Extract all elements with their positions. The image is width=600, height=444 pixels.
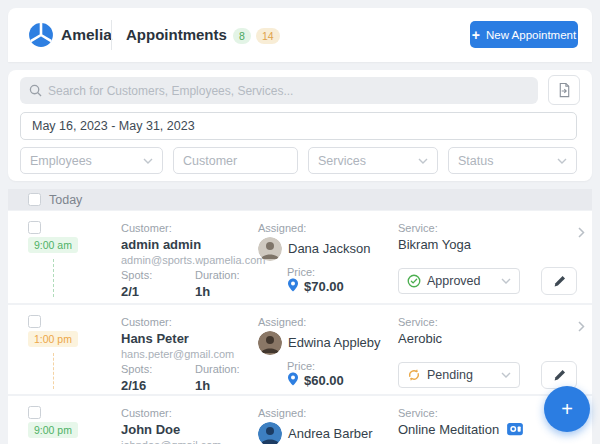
employees-filter[interactable]: Employees (20, 147, 163, 174)
customer-label: Customer: (121, 316, 234, 328)
header: Amelia Appointments 8 14 + New Appointme… (8, 8, 592, 62)
timeline-dash (53, 353, 54, 389)
price-label: Price: (287, 360, 315, 372)
today-group-label: Today (49, 193, 82, 207)
status-select[interactable]: Pending (398, 362, 520, 388)
amelia-logo-icon (28, 22, 54, 48)
chevron-down-icon (501, 372, 511, 378)
brand-name: Amelia (61, 26, 112, 44)
customer-name: John Doe (121, 422, 221, 437)
chevron-down-icon (418, 158, 428, 164)
customer-email: johndoe@gmail.com (121, 439, 221, 444)
spots-value: 2/1 (121, 284, 152, 299)
status-select[interactable]: Approved (398, 268, 520, 294)
search-icon (29, 84, 42, 97)
time-badge: 9:00 pm (28, 422, 78, 438)
duration-value: 1h (195, 284, 240, 299)
customer-filter-input[interactable] (173, 147, 298, 174)
chevron-down-icon (501, 278, 511, 284)
date-range-input[interactable] (20, 112, 577, 140)
duration-label: Duration: (195, 269, 240, 281)
approved-check-icon (407, 274, 421, 288)
employee-avatar (258, 331, 282, 355)
filter-panel: Employees Services Status (8, 70, 592, 181)
services-filter-label: Services (318, 154, 366, 168)
add-appointment-fab[interactable]: + (544, 386, 590, 432)
price-value: $70.00 (304, 279, 344, 294)
spots-label: Spots: (121, 269, 152, 281)
appointment-row: 9:00 pm Customer: John Doe johndoe@gmail… (8, 396, 592, 444)
assigned-label: Assigned: (258, 222, 306, 234)
customer-label: Customer: (121, 222, 265, 234)
chevron-right-icon[interactable] (578, 227, 585, 238)
appointment-list: Today 9:00 am Customer: admin admin admi… (8, 189, 592, 444)
assigned-name: Edwina Appleby (288, 335, 381, 350)
chevron-down-icon (557, 158, 567, 164)
service-label: Service: (398, 222, 471, 234)
chevron-right-icon[interactable] (578, 321, 585, 332)
pending-sync-icon (407, 368, 421, 382)
assigned-label: Assigned: (258, 407, 306, 419)
employees-filter-label: Employees (30, 154, 92, 168)
pencil-icon (553, 275, 566, 288)
search-input[interactable] (48, 77, 533, 104)
price-value: $60.00 (304, 373, 344, 388)
new-appointment-label: New Appointment (486, 29, 576, 41)
assigned-label: Assigned: (258, 316, 306, 328)
timeline-dash (53, 259, 54, 297)
amelia-app: Amelia Appointments 8 14 + New Appointme… (0, 0, 600, 444)
row-checkbox[interactable] (28, 221, 41, 234)
price-label: Price: (287, 266, 315, 278)
appointment-row: 9:00 am Customer: admin admin admin@spor… (8, 211, 592, 303)
pencil-icon (553, 369, 566, 382)
service-name: Online Meditation (398, 422, 499, 437)
status-value: Pending (427, 368, 473, 382)
row-checkbox[interactable] (28, 406, 41, 419)
customer-label: Customer: (121, 407, 221, 419)
new-appointment-button[interactable]: + New Appointment (470, 21, 578, 48)
assigned-name: Andrea Barber (288, 426, 373, 441)
status-value: Approved (427, 274, 481, 288)
service-name: Aerobic (398, 331, 442, 346)
export-icon (557, 82, 572, 98)
location-pin-icon (287, 372, 299, 386)
service-label: Service: (398, 316, 442, 328)
status-filter[interactable]: Status (448, 147, 577, 174)
approved-count-badge: 8 (233, 28, 251, 44)
page-title: Appointments (126, 26, 227, 43)
customer-name: admin admin (121, 237, 265, 252)
edit-appointment-button[interactable] (541, 267, 577, 295)
spots-label: Spots: (121, 363, 152, 375)
row-checkbox[interactable] (28, 315, 41, 328)
header-divider (111, 20, 112, 50)
services-filter[interactable]: Services (308, 147, 438, 174)
customer-email: admin@sports.wpamelia.com (121, 254, 265, 266)
time-badge: 9:00 am (28, 237, 78, 253)
duration-label: Duration: (195, 363, 240, 375)
status-filter-label: Status (458, 154, 493, 168)
customer-name: Hans Peter (121, 331, 234, 346)
today-group-checkbox[interactable] (28, 193, 41, 206)
spots-value: 2/16 (121, 378, 152, 393)
customer-email: hans.peter@gmail.com (121, 348, 234, 360)
pending-count-badge: 14 (256, 28, 280, 44)
edit-appointment-button[interactable] (541, 361, 577, 389)
service-label: Service: (398, 407, 523, 419)
appointment-row: 1:00 pm Customer: Hans Peter hans.peter@… (8, 305, 592, 394)
time-badge: 1:00 pm (28, 331, 78, 347)
today-group-header: Today (8, 189, 592, 210)
location-pin-icon (287, 278, 299, 292)
service-name: Bikram Yoga (398, 237, 471, 252)
chevron-down-icon (143, 158, 153, 164)
export-button[interactable] (548, 75, 580, 105)
duration-value: 1h (195, 378, 240, 393)
online-meeting-camera-icon (507, 422, 523, 436)
employee-avatar (258, 422, 282, 444)
employee-avatar (258, 237, 282, 261)
plus-icon: + (472, 28, 480, 42)
assigned-name: Dana Jackson (288, 241, 370, 256)
search-bar (20, 77, 538, 104)
